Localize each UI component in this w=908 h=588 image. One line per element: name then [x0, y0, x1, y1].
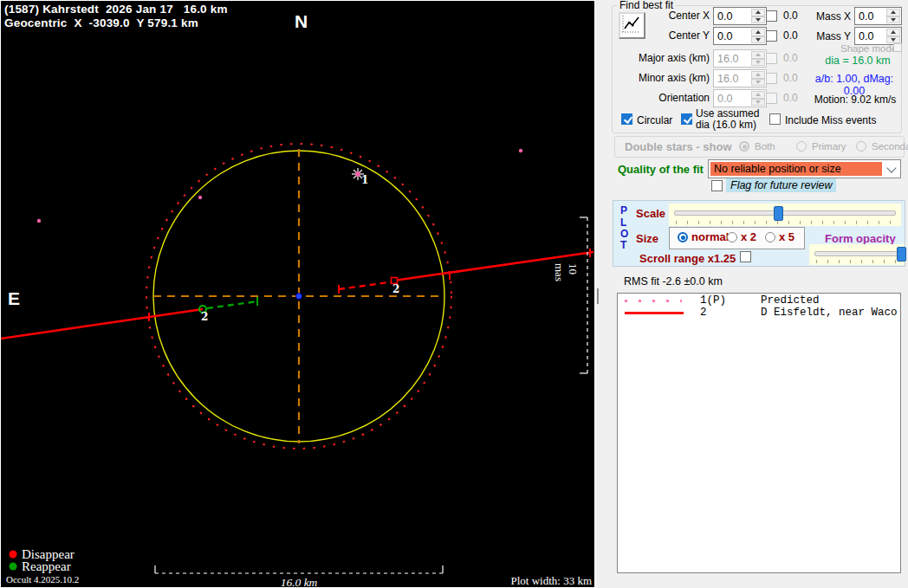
quality-of-fit-dropdown[interactable]: No reliable position or size: [708, 159, 901, 178]
size-radio-group: normal x 2 x 5: [669, 227, 805, 249]
dropdown-button[interactable]: [883, 161, 899, 177]
plot-controls-panel: P L O T Scale Size normal x 2 x 5 Form o…: [613, 200, 905, 267]
spinner-down-button[interactable]: [751, 16, 765, 24]
minor-axis-alt-value: 0.0: [783, 72, 798, 84]
spinner-down-button[interactable]: [886, 16, 900, 24]
spinner-up-button[interactable]: [886, 9, 900, 16]
double-stars-primary-radio: [796, 141, 807, 152]
observer-list[interactable]: 1(P) Predicted 2 D Eisfeldt, near Waco: [617, 293, 901, 573]
chord2-reappear-label: 2: [201, 311, 208, 323]
mass-y-label: Mass Y: [812, 30, 851, 42]
center-x-alt-value: 0.0: [783, 10, 798, 22]
center-x-spinner[interactable]: 0.0: [713, 7, 767, 25]
mass-y-value[interactable]: 0.0: [859, 30, 873, 42]
center-x-lock-checkbox[interactable]: [766, 10, 777, 22]
size-x5-radio[interactable]: [765, 232, 775, 242]
spinner-down-button: [751, 99, 765, 107]
size-normal-radio[interactable]: [678, 232, 688, 242]
flag-future-review-checkbox[interactable]: [711, 180, 723, 191]
field-star-dot: [519, 149, 522, 152]
spinner-up-button[interactable]: [751, 9, 765, 16]
center-y-label: Center Y: [649, 29, 710, 42]
spinner-down-button: [751, 79, 765, 87]
double-stars-secondary-label: Secondary: [872, 141, 908, 152]
spinner-up-button[interactable]: [751, 29, 765, 36]
quality-of-fit-label: Quality of the fit: [618, 163, 704, 176]
chevron-down-icon: [886, 163, 896, 172]
chord-2-west-segment[interactable]: [1, 309, 203, 339]
form-opacity-label: Form opacity: [825, 232, 896, 245]
plot-title-line2: Geocentric X -3039.0 Y 579.1 km: [4, 16, 198, 29]
scale-slider[interactable]: [669, 204, 901, 226]
legend-disappear-dot: [10, 551, 17, 559]
include-miss-events-label: Include Miss events: [785, 114, 876, 126]
splitter-handle[interactable]: [597, 288, 599, 304]
list-item[interactable]: 2 D Eisfeldt, near Waco: [618, 305, 900, 317]
east-label: E: [8, 288, 20, 309]
plot-letter-o: O: [620, 228, 628, 240]
mas-scale-label: 10 mas: [552, 263, 580, 281]
shape-model-checkbox[interactable]: [893, 43, 902, 52]
occultation-plot-canvas[interactable]: [1, 1, 594, 587]
spinner-down-button[interactable]: [751, 36, 765, 44]
center-dot: [296, 294, 302, 300]
mass-y-spinner[interactable]: 0.0: [854, 27, 902, 45]
scroll-range-label: Scroll range x1.25: [639, 252, 736, 265]
mass-x-label: Mass X: [812, 10, 851, 23]
dia-value-label: dia = 16.0 km: [814, 55, 901, 67]
center-y-value[interactable]: 0.0: [717, 30, 732, 42]
major-axis-alt-value: 0.0: [783, 52, 798, 64]
chord2-disappear-label: 2: [392, 283, 399, 295]
orientation-lock-checkbox: [766, 93, 777, 104]
include-miss-events-checkbox[interactable]: [769, 113, 781, 125]
list-item[interactable]: 1(P) Predicted: [618, 294, 900, 306]
major-axis-value: 16.0: [717, 53, 738, 65]
slider-groove: [674, 210, 896, 216]
form-opacity-slider[interactable]: [809, 244, 905, 265]
mass-x-spinner[interactable]: 0.0: [854, 7, 902, 25]
observer-name: D Eisfeldt, near Waco: [761, 307, 898, 319]
size-x2-label: x 2: [741, 230, 756, 243]
north-label: N: [295, 11, 308, 32]
form-opacity-slider-thumb[interactable]: [897, 247, 906, 262]
scroll-range-checkbox[interactable]: [740, 251, 751, 262]
occult-fit-window: (1587) Kahrstedt 2026 Jan 17 16.0 km Geo…: [0, 0, 908, 588]
km-scale-label: 16.0 km: [256, 576, 342, 588]
predicted-marker-label: 1: [361, 174, 368, 186]
quality-of-fit-selected: No reliable position or size: [710, 162, 882, 176]
slider-ticks: [816, 260, 898, 263]
size-x2-radio[interactable]: [727, 232, 737, 242]
motion-label: Motion: 9.02 km/s: [812, 94, 898, 106]
scale-slider-thumb[interactable]: [774, 206, 783, 221]
legend-reappear-dot: [10, 563, 17, 571]
double-stars-both-label: Both: [755, 141, 775, 152]
minor-axis-label: Minor axis (km): [629, 72, 710, 84]
spinner-up-button: [751, 71, 765, 79]
plot-width-label: Plot width: 33 km: [486, 574, 592, 588]
size-normal-label: normal: [691, 230, 729, 243]
center-y-lock-checkbox[interactable]: [766, 30, 777, 42]
center-x-label: Center X: [649, 10, 710, 22]
spinner-down-button[interactable]: [886, 36, 900, 44]
center-y-spinner[interactable]: 0.0: [713, 27, 767, 45]
double-stars-secondary-radio: [856, 141, 866, 152]
mass-x-value[interactable]: 0.0: [859, 10, 873, 23]
orientation-value: 0.0: [717, 93, 732, 105]
center-x-value[interactable]: 0.0: [717, 10, 732, 23]
rms-fit-label: RMS fit -2.6 ±0.0 km: [624, 275, 723, 288]
circular-label: Circular: [637, 114, 672, 126]
observer-id: 2: [700, 307, 707, 319]
legend-reappear-label: Reappear: [22, 559, 71, 574]
use-assumed-dia-checkbox[interactable]: [681, 113, 692, 125]
run-best-fit-button[interactable]: [619, 12, 645, 39]
occultation-plot[interactable]: (1587) Kahrstedt 2026 Jan 17 16.0 km Geo…: [0, 0, 595, 588]
plot-letter-t: T: [620, 239, 626, 251]
spinner-up-button[interactable]: [886, 29, 900, 36]
major-axis-spinner: 16.0: [713, 49, 767, 68]
plot-letter-p: P: [620, 204, 627, 216]
circular-checkbox[interactable]: [621, 113, 632, 125]
size-label: Size: [636, 232, 658, 245]
app-version-label: Occult 4.2025.10.2: [6, 574, 79, 585]
spinner-down-button: [751, 59, 765, 67]
control-panel: Find best fit Center X 0.0 0.0 Mass X 0.…: [595, 0, 908, 588]
